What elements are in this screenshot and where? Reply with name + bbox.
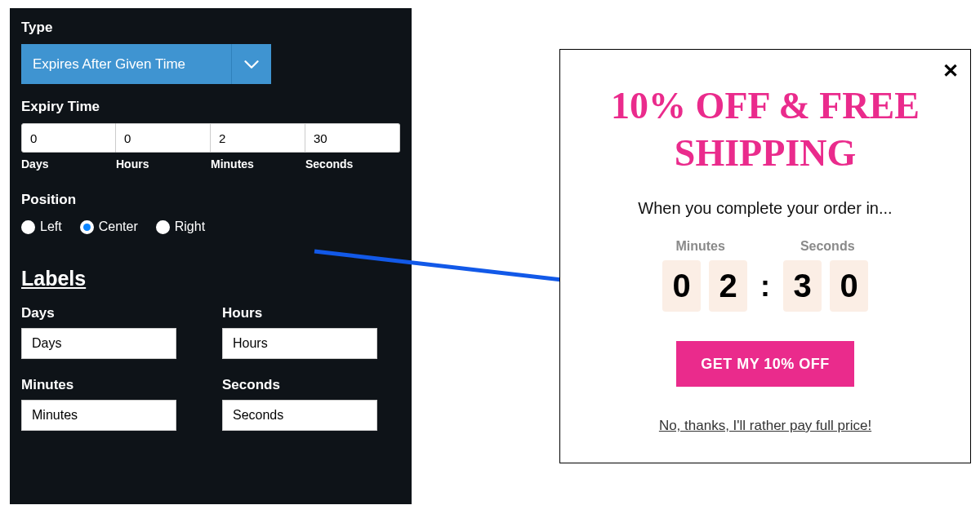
settings-panel: Type Expires After Given Time Expiry Tim… <box>10 8 412 504</box>
expiry-seconds-input[interactable] <box>305 123 400 153</box>
chevron-down-icon <box>231 44 271 84</box>
position-heading: Position <box>21 192 400 208</box>
timer-digit: 0 <box>830 260 868 312</box>
labels-grid: Days Hours Minutes Seconds <box>21 305 400 431</box>
position-right-option[interactable]: Right <box>156 219 205 234</box>
timer-seconds-label: Seconds <box>800 239 855 254</box>
expiry-hours-input[interactable] <box>116 123 211 153</box>
labels-days-label: Days <box>21 305 199 321</box>
expiry-days-input[interactable] <box>21 123 116 153</box>
expiry-minutes-input[interactable] <box>211 123 305 153</box>
preview-title: 10% OFF & FREE SHIPPING <box>585 82 946 176</box>
expiry-heading: Expiry Time <box>21 99 400 115</box>
type-dropdown-value: Expires After Given Time <box>21 44 231 84</box>
timer-digit: 0 <box>662 260 701 312</box>
countdown-timer: 0 2 : 3 0 <box>585 260 946 312</box>
expiry-days-unit: Days <box>21 157 116 171</box>
labels-seconds-input[interactable] <box>222 400 377 431</box>
decline-link[interactable]: No, thanks, I'll rather pay full price! <box>659 418 871 434</box>
labels-minutes-input[interactable] <box>21 400 176 431</box>
type-label: Type <box>21 20 400 36</box>
timer-digit: 2 <box>709 260 747 312</box>
labels-hours-label: Hours <box>222 305 400 321</box>
position-center-label: Center <box>99 219 138 234</box>
radio-icon <box>156 220 170 234</box>
position-right-label: Right <box>175 219 205 234</box>
expiry-row: Days Hours Minutes Seconds <box>21 123 400 171</box>
labels-hours-input[interactable] <box>222 328 377 359</box>
type-dropdown[interactable]: Expires After Given Time <box>21 44 271 84</box>
expiry-minutes-unit: Minutes <box>211 157 305 171</box>
preview-popup: ✕ 10% OFF & FREE SHIPPING When you compl… <box>559 49 971 463</box>
labels-minutes-label: Minutes <box>21 377 199 393</box>
position-radio-group: Left Center Right <box>21 219 400 234</box>
timer-minutes-label: Minutes <box>675 239 724 254</box>
timer-digit: 3 <box>783 260 822 312</box>
position-center-option[interactable]: Center <box>80 219 138 234</box>
preview-subtitle: When you complete your order in... <box>585 199 946 218</box>
timer-labels: Minutes Seconds <box>585 239 946 254</box>
expiry-hours-unit: Hours <box>116 157 211 171</box>
expiry-seconds-unit: Seconds <box>305 157 400 171</box>
radio-icon <box>21 220 35 234</box>
cta-button[interactable]: GET MY 10% OFF <box>676 341 854 387</box>
radio-icon <box>80 220 94 234</box>
position-left-label: Left <box>40 219 62 234</box>
timer-separator: : <box>760 269 770 304</box>
labels-section-heading: Labels <box>21 267 86 290</box>
labels-seconds-label: Seconds <box>222 377 400 393</box>
labels-days-input[interactable] <box>21 328 176 359</box>
position-left-option[interactable]: Left <box>21 219 62 234</box>
close-icon[interactable]: ✕ <box>942 61 959 81</box>
